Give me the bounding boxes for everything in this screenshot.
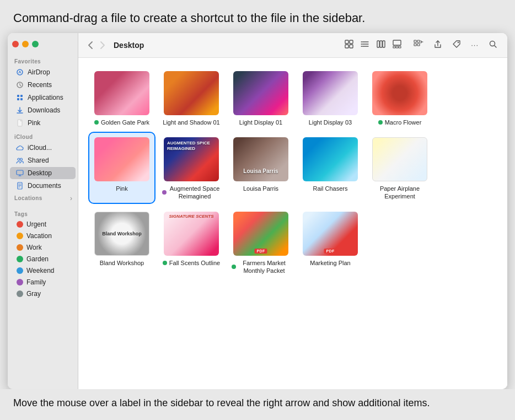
file-thumbnail-light-shadow xyxy=(164,71,219,115)
group-button[interactable] xyxy=(410,37,427,53)
svg-rect-26 xyxy=(417,40,420,42)
sidebar-item-shared[interactable]: Shared xyxy=(10,154,76,166)
documents-label: Documents xyxy=(28,182,61,190)
file-name-marketing: Marketing Plan xyxy=(310,259,350,267)
file-thumbnail-pink xyxy=(94,137,149,181)
icloud-icon xyxy=(15,143,24,152)
file-item-paper[interactable]: Paper Airplane Experiment xyxy=(367,133,432,203)
pink-label: Pink xyxy=(28,119,40,127)
sidebar-item-airdrop[interactable]: AirDrop xyxy=(10,66,76,78)
file-item-light-display-03[interactable]: Light Display 03 xyxy=(298,67,363,128)
airdrop-label: AirDrop xyxy=(28,68,50,76)
sidebar-item-icloud[interactable]: iCloud... xyxy=(10,142,76,154)
file-item-marketing[interactable]: PDFMarketing Plan xyxy=(298,207,363,277)
sidebar-item-garden[interactable]: Garden xyxy=(10,254,76,265)
top-instruction: Command-drag a file to create a shortcut… xyxy=(0,0,515,33)
file-item-pink[interactable]: Pink xyxy=(89,133,154,203)
file-label-row-fall-scents: Fall Scents Outline xyxy=(163,259,220,267)
file-dot-fall-scents xyxy=(163,261,167,265)
locations-arrow[interactable]: › xyxy=(70,195,76,202)
file-item-augmented[interactable]: Augmented Spice ReimaginedAugmented Spac… xyxy=(159,133,224,203)
file-name-rail: Rail Chasers xyxy=(313,185,348,192)
more-button[interactable]: ··· xyxy=(468,39,482,51)
urgent-dot xyxy=(17,221,23,228)
family-label: Family xyxy=(26,278,46,286)
file-thumbnail-augmented: Augmented Spice Reimagined xyxy=(164,137,219,181)
svg-rect-28 xyxy=(417,44,420,46)
sidebar-item-vacation[interactable]: Vacation xyxy=(10,230,76,241)
sidebar-item-weekend[interactable]: Weekend xyxy=(10,265,76,276)
share-button[interactable] xyxy=(430,37,446,53)
recents-icon xyxy=(15,80,24,89)
sidebar-item-desktop[interactable]: Desktop xyxy=(10,167,76,179)
toolbar-title: Desktop xyxy=(114,41,144,50)
file-label-row-marketing: Marketing Plan xyxy=(310,259,350,267)
sidebar-item-work[interactable]: Work xyxy=(10,242,76,253)
svg-point-17 xyxy=(361,46,362,47)
file-name-light-shadow: Light and Shadow 01 xyxy=(163,119,219,126)
svg-rect-27 xyxy=(414,44,416,46)
file-name-pink: Pink xyxy=(116,185,127,192)
file-item-rail[interactable]: Rail Chasers xyxy=(298,133,363,203)
column-view-button[interactable] xyxy=(373,37,389,53)
shared-icon xyxy=(15,156,24,165)
pink-file-icon xyxy=(15,119,24,127)
svg-rect-24 xyxy=(399,46,401,48)
sidebar-item-family[interactable]: Family xyxy=(10,277,76,288)
file-name-light-display-01: Light Display 01 xyxy=(239,119,282,126)
svg-rect-9 xyxy=(17,170,23,175)
work-label: Work xyxy=(26,244,42,251)
tag-button[interactable] xyxy=(449,37,464,53)
pdf-badge: PDF xyxy=(254,249,267,254)
file-thumbnail-bland: Bland Workshop xyxy=(94,212,149,256)
back-button[interactable] xyxy=(85,39,96,51)
svg-point-16 xyxy=(361,44,362,45)
svg-rect-21 xyxy=(393,40,401,45)
vacation-dot xyxy=(17,233,23,239)
search-button[interactable] xyxy=(485,37,501,53)
minimize-button[interactable] xyxy=(22,41,29,47)
svg-rect-12 xyxy=(350,40,353,44)
svg-rect-23 xyxy=(396,46,398,48)
applications-label: Applications xyxy=(28,94,63,101)
file-name-light-display-03: Light Display 03 xyxy=(309,119,352,126)
file-thumbnail-farmers: PDF xyxy=(233,212,288,256)
file-name-farmers: Farmers Market Monthly Packet xyxy=(238,259,290,275)
svg-rect-13 xyxy=(345,45,348,48)
file-item-bland[interactable]: Bland WorkshopBland Workshop xyxy=(89,207,154,277)
sidebar-item-downloads[interactable]: Downloads xyxy=(10,104,76,116)
file-dot-farmers xyxy=(232,265,236,269)
file-thumbnail-light-display-03 xyxy=(303,71,358,115)
svg-rect-2 xyxy=(17,95,19,97)
garden-label: Garden xyxy=(26,255,49,263)
file-item-fall-scents[interactable]: SIGNATURE SCENTSFall Scents Outline xyxy=(159,207,224,277)
file-item-macro-flower[interactable]: Macro Flower xyxy=(367,67,432,128)
file-label-row-augmented: Augmented Space Reimagined xyxy=(162,185,221,201)
sidebar-item-urgent[interactable]: Urgent xyxy=(10,219,76,230)
sidebar-item-pink[interactable]: Pink xyxy=(10,117,76,129)
icon-view-button[interactable] xyxy=(341,37,357,53)
file-thumbnail-macro-flower xyxy=(372,71,427,115)
sidebar-item-documents[interactable]: Documents xyxy=(10,180,76,192)
file-thumbnail-rail xyxy=(303,137,358,181)
file-item-light-display-01[interactable]: Light Display 01 xyxy=(228,67,293,128)
gray-dot xyxy=(17,290,23,297)
file-item-louisa[interactable]: Louisa ParrisLouisa Parris xyxy=(228,133,293,203)
file-item-farmers[interactable]: PDFFarmers Market Monthly Packet xyxy=(228,207,293,277)
weekend-dot xyxy=(17,267,23,274)
file-label-row-pink: Pink xyxy=(116,185,127,192)
svg-rect-20 xyxy=(383,41,385,47)
sidebar-item-recents[interactable]: Recents xyxy=(10,79,76,91)
file-name-paper: Paper Airplane Experiment xyxy=(371,185,429,201)
svg-point-8 xyxy=(20,158,23,160)
file-item-golden-gate[interactable]: Golden Gate Park xyxy=(89,67,154,128)
zoom-button[interactable] xyxy=(32,41,39,47)
sidebar-item-applications[interactable]: Applications xyxy=(10,91,76,104)
list-view-button[interactable] xyxy=(357,37,373,53)
forward-button[interactable] xyxy=(97,39,108,51)
sidebar-item-gray[interactable]: Gray xyxy=(10,288,76,299)
file-thumbnail-paper xyxy=(372,137,427,181)
close-button[interactable] xyxy=(12,41,19,47)
gallery-view-button[interactable] xyxy=(389,37,405,53)
file-item-light-shadow[interactable]: Light and Shadow 01 xyxy=(159,67,224,128)
